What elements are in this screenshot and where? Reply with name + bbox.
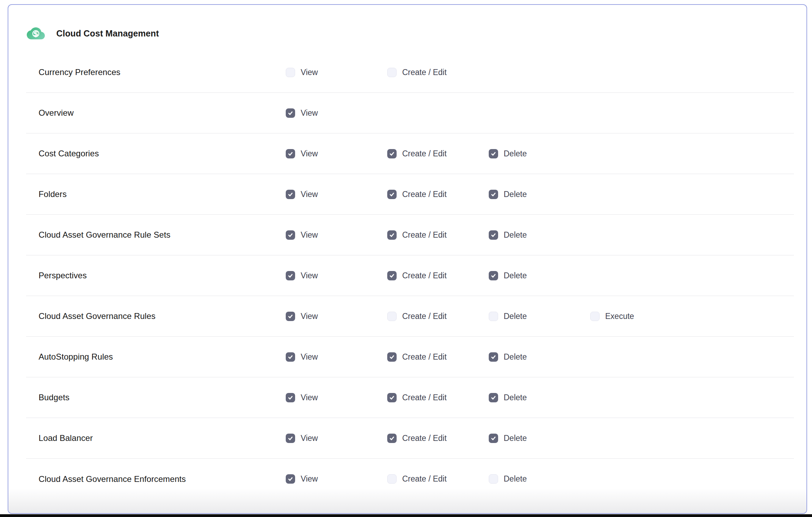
permission-row-5: Perspectives View Create / Edit Delete: [26, 255, 794, 296]
permission-toggle-delete[interactable]: Delete: [489, 230, 527, 240]
permission-toggle-view[interactable]: View: [286, 271, 318, 280]
checkbox-checked-icon[interactable]: [489, 230, 498, 240]
permission-row-10: Cloud Asset Governance Enforcements View…: [26, 459, 794, 499]
checkbox-checked-icon[interactable]: [489, 149, 498, 158]
checkbox-checked-icon[interactable]: [489, 352, 498, 362]
checkbox-unchecked-icon[interactable]: [590, 312, 600, 321]
permission-toggle-delete[interactable]: Delete: [489, 474, 527, 484]
checkbox-checked-icon[interactable]: [387, 352, 397, 362]
checkbox-checked-icon[interactable]: [489, 271, 498, 280]
permission-toggle-view[interactable]: View: [286, 149, 318, 158]
permission-label: Delete: [504, 190, 527, 199]
checkbox-checked-icon[interactable]: [489, 190, 498, 199]
checkbox-unchecked-icon[interactable]: [489, 312, 498, 321]
checkbox-checked-icon[interactable]: [286, 434, 295, 443]
permission-label: Create / Edit: [402, 434, 447, 443]
resource-label: Cloud Asset Governance Rules: [26, 311, 286, 321]
permission-label: View: [301, 474, 318, 484]
checkmark-icon: [490, 435, 496, 441]
permission-toggle-delete[interactable]: Delete: [489, 312, 527, 321]
permission-toggle-execute[interactable]: Execute: [590, 312, 634, 321]
module-title: Cloud Cost Management: [56, 28, 159, 39]
checkbox-checked-icon[interactable]: [286, 393, 295, 402]
permission-label: View: [301, 68, 318, 77]
permission-toggle-create-edit[interactable]: Create / Edit: [387, 149, 447, 158]
permission-toggle-delete[interactable]: Delete: [489, 352, 527, 362]
permission-toggle-delete[interactable]: Delete: [489, 190, 527, 199]
permission-toggle-delete[interactable]: Delete: [489, 271, 527, 280]
checkmark-icon: [389, 191, 395, 197]
checkbox-checked-icon[interactable]: [286, 312, 295, 321]
svg-text:$: $: [33, 30, 38, 38]
checkbox-checked-icon[interactable]: [286, 190, 295, 199]
permission-toggle-create-edit[interactable]: Create / Edit: [387, 190, 447, 199]
permission-toggle-delete[interactable]: Delete: [489, 149, 527, 158]
module-header: $ Cloud Cost Management: [27, 24, 806, 42]
permission-toggle-view[interactable]: View: [286, 393, 318, 402]
checkmark-icon: [490, 273, 496, 279]
permission-label: View: [301, 271, 318, 280]
permission-label: Delete: [504, 312, 527, 321]
permission-toggle-create-edit[interactable]: Create / Edit: [387, 393, 447, 402]
permission-toggle-view[interactable]: View: [286, 474, 318, 484]
permission-label: Create / Edit: [402, 474, 447, 484]
permission-label: View: [301, 352, 318, 362]
permission-toggle-delete[interactable]: Delete: [489, 393, 527, 402]
checkbox-checked-icon[interactable]: [489, 434, 498, 443]
checkmark-icon: [287, 313, 293, 319]
permission-toggle-view[interactable]: View: [286, 68, 318, 77]
permission-row-9: Load Balancer View Create / Edit Delete: [26, 418, 794, 459]
permission-toggle-create-edit[interactable]: Create / Edit: [387, 271, 447, 280]
checkbox-checked-icon[interactable]: [286, 230, 295, 240]
permission-toggle-create-edit[interactable]: Create / Edit: [387, 434, 447, 443]
checkmark-icon: [389, 354, 395, 360]
checkmark-icon: [287, 476, 293, 482]
checkbox-checked-icon[interactable]: [387, 190, 397, 199]
checkbox-unchecked-icon[interactable]: [286, 68, 295, 77]
checkbox-unchecked-icon[interactable]: [387, 474, 397, 484]
checkmark-icon: [389, 435, 395, 441]
permission-row-3: Folders View Create / Edit Delete: [26, 174, 794, 215]
checkbox-unchecked-icon[interactable]: [387, 68, 397, 77]
resource-label: Perspectives: [26, 271, 286, 280]
checkmark-icon: [287, 435, 293, 441]
permission-toggle-delete[interactable]: Delete: [489, 434, 527, 443]
checkbox-checked-icon[interactable]: [387, 393, 397, 402]
permission-row-2: Cost Categories View Create / Edit Delet…: [26, 133, 794, 174]
checkbox-checked-icon[interactable]: [286, 108, 295, 118]
permission-toggle-create-edit[interactable]: Create / Edit: [387, 352, 447, 362]
permission-toggle-create-edit[interactable]: Create / Edit: [387, 230, 447, 240]
permission-label: Delete: [504, 271, 527, 280]
checkbox-unchecked-icon[interactable]: [489, 474, 498, 484]
permission-label: Create / Edit: [402, 393, 447, 402]
permission-toggle-create-edit[interactable]: Create / Edit: [387, 474, 447, 484]
permission-toggle-view[interactable]: View: [286, 352, 318, 362]
checkbox-checked-icon[interactable]: [286, 271, 295, 280]
permission-toggle-view[interactable]: View: [286, 230, 318, 240]
checkbox-checked-icon[interactable]: [286, 149, 295, 158]
checkbox-checked-icon[interactable]: [387, 434, 397, 443]
checkmark-icon: [389, 273, 395, 279]
checkmark-icon: [490, 395, 496, 401]
checkbox-unchecked-icon[interactable]: [387, 312, 397, 321]
permission-toggle-view[interactable]: View: [286, 190, 318, 199]
screen: $ Cloud Cost Management Currency Prefere…: [0, 0, 812, 517]
permission-row-7: AutoStopping Rules View Create / Edit De…: [26, 337, 794, 377]
permission-toggle-view[interactable]: View: [286, 108, 318, 118]
permission-label: Delete: [504, 434, 527, 443]
resource-label: AutoStopping Rules: [26, 352, 286, 362]
checkbox-checked-icon[interactable]: [286, 474, 295, 484]
permission-row-0: Currency Preferences View Create / Edit: [26, 52, 794, 93]
checkmark-icon: [287, 273, 293, 279]
resource-label: Currency Preferences: [26, 67, 286, 77]
checkbox-checked-icon[interactable]: [286, 352, 295, 362]
permission-toggle-view[interactable]: View: [286, 312, 318, 321]
checkbox-checked-icon[interactable]: [387, 271, 397, 280]
checkbox-checked-icon[interactable]: [489, 393, 498, 402]
permission-label: Create / Edit: [402, 230, 447, 240]
permission-toggle-view[interactable]: View: [286, 434, 318, 443]
checkbox-checked-icon[interactable]: [387, 230, 397, 240]
checkbox-checked-icon[interactable]: [387, 149, 397, 158]
permission-toggle-create-edit[interactable]: Create / Edit: [387, 68, 447, 77]
permission-toggle-create-edit[interactable]: Create / Edit: [387, 312, 447, 321]
